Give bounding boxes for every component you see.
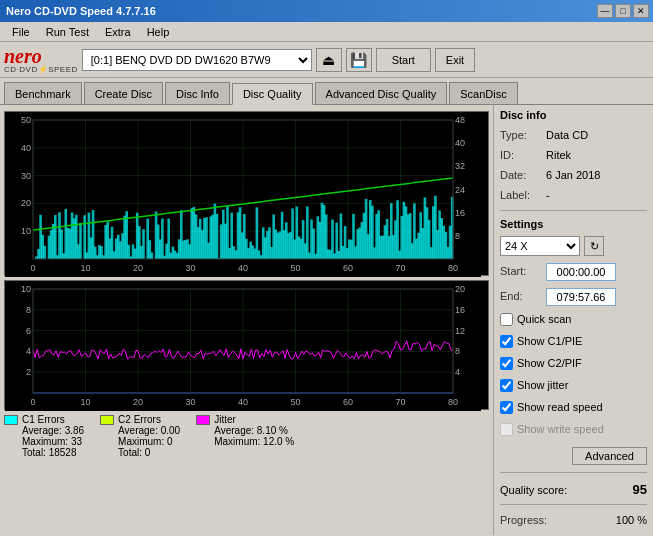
show-jitter-checkbox[interactable] xyxy=(500,379,513,392)
start-button[interactable]: Start xyxy=(376,48,431,72)
menu-run-test[interactable]: Run Test xyxy=(38,24,97,40)
c2-total-label: Total: xyxy=(118,447,142,458)
progress-label: Progress: xyxy=(500,512,547,529)
top-chart xyxy=(4,111,489,276)
tab-benchmark[interactable]: Benchmark xyxy=(4,82,82,104)
menu-help[interactable]: Help xyxy=(139,24,178,40)
menu-bar: File Run Test Extra Help xyxy=(0,22,653,42)
menu-file[interactable]: File xyxy=(4,24,38,40)
divider-1 xyxy=(500,210,647,211)
c2-label: C2 Errors xyxy=(118,414,161,425)
show-c2-row: Show C2/PIF xyxy=(500,354,647,372)
close-button[interactable]: ✕ xyxy=(633,4,649,18)
show-write-speed-row: Show write speed xyxy=(500,420,647,438)
show-write-speed-checkbox[interactable] xyxy=(500,423,513,436)
advanced-button[interactable]: Advanced xyxy=(572,447,647,465)
legend-c1: C1 Errors Average: 3.86 Maximum: 33 Tota… xyxy=(4,414,84,458)
progress-row: Progress: 100 % xyxy=(500,512,647,529)
show-c2-checkbox[interactable] xyxy=(500,357,513,370)
settings-title: Settings xyxy=(500,218,647,230)
window-title: Nero CD-DVD Speed 4.7.7.16 xyxy=(4,5,156,17)
menu-extra[interactable]: Extra xyxy=(97,24,139,40)
jitter-max-label: Maximum: xyxy=(214,436,260,447)
window-controls: — □ ✕ xyxy=(597,4,649,18)
main-content: C1 Errors Average: 3.86 Maximum: 33 Tota… xyxy=(0,105,653,535)
divider-2 xyxy=(500,472,647,473)
id-value: Ritek xyxy=(546,147,571,163)
show-read-speed-checkbox[interactable] xyxy=(500,401,513,414)
c2-max-value: 0 xyxy=(167,436,173,447)
c1-color xyxy=(4,415,18,425)
type-label: Type: xyxy=(500,127,546,143)
chart-area: C1 Errors Average: 3.86 Maximum: 33 Tota… xyxy=(0,105,493,535)
c1-total-label: Total: xyxy=(22,447,46,458)
tab-disc-quality[interactable]: Disc Quality xyxy=(232,83,313,105)
quick-scan-label: Quick scan xyxy=(517,310,571,328)
disc-label-row: Label: - xyxy=(500,187,647,203)
show-c1-checkbox[interactable] xyxy=(500,335,513,348)
quick-scan-checkbox[interactable] xyxy=(500,313,513,326)
legend-jitter: Jitter Average: 8.10 % Maximum: 12.0 % xyxy=(196,414,294,458)
id-label: ID: xyxy=(500,147,546,163)
bottom-chart xyxy=(4,280,489,410)
show-c1-label: Show C1/PIE xyxy=(517,332,582,350)
show-read-speed-label: Show read speed xyxy=(517,398,603,416)
tab-create-disc[interactable]: Create Disc xyxy=(84,82,163,104)
eject-icon[interactable]: ⏏ xyxy=(316,48,342,72)
c2-color xyxy=(100,415,114,425)
chart-legend: C1 Errors Average: 3.86 Maximum: 33 Tota… xyxy=(4,410,489,460)
legend-c2: C2 Errors Average: 0.00 Maximum: 0 Total… xyxy=(100,414,180,458)
c1-max-label: Maximum: xyxy=(22,436,68,447)
c1-stats: Average: 3.86 Maximum: 33 Total: 18528 xyxy=(4,425,84,458)
end-time-input[interactable] xyxy=(546,288,616,306)
toolbar: nero CD·DVD⚡SPEED [0:1] BENQ DVD DD DW16… xyxy=(0,42,653,78)
tab-disc-info[interactable]: Disc Info xyxy=(165,82,230,104)
title-bar: Nero CD-DVD Speed 4.7.7.16 — □ ✕ xyxy=(0,0,653,22)
show-write-speed-label: Show write speed xyxy=(517,420,604,438)
c2-avg-value: 0.00 xyxy=(161,425,180,436)
start-row: Start: xyxy=(500,263,647,281)
tab-advanced-disc-quality[interactable]: Advanced Disc Quality xyxy=(315,82,448,104)
type-value: Data CD xyxy=(546,127,588,143)
nero-logo: nero CD·DVD⚡SPEED xyxy=(4,46,78,74)
disc-label-value: - xyxy=(546,187,550,203)
refresh-button[interactable]: ↻ xyxy=(584,236,604,256)
show-jitter-label: Show jitter xyxy=(517,376,568,394)
minimize-button[interactable]: — xyxy=(597,4,613,18)
disc-date-row: Date: 6 Jan 2018 xyxy=(500,167,647,183)
end-row: End: xyxy=(500,288,647,306)
quality-score-value: 95 xyxy=(633,482,647,497)
date-label: Date: xyxy=(500,167,546,183)
c2-max-label: Maximum: xyxy=(118,436,164,447)
jitter-max-value: 12.0 % xyxy=(263,436,294,447)
progress-value: 100 % xyxy=(616,512,647,529)
maximize-button[interactable]: □ xyxy=(615,4,631,18)
show-c1-row: Show C1/PIE xyxy=(500,332,647,350)
start-label: Start: xyxy=(500,263,546,281)
quality-score-label: Quality score: xyxy=(500,484,567,496)
show-c2-label: Show C2/PIF xyxy=(517,354,582,372)
save-icon[interactable]: 💾 xyxy=(346,48,372,72)
exit-button[interactable]: Exit xyxy=(435,48,475,72)
c2-total-value: 0 xyxy=(145,447,151,458)
c2-avg-label: Average: xyxy=(118,425,158,436)
quality-score-row: Quality score: 95 xyxy=(500,482,647,497)
right-panel: Disc info Type: Data CD ID: Ritek Date: … xyxy=(493,105,653,535)
show-jitter-row: Show jitter xyxy=(500,376,647,394)
c2-stats: Average: 0.00 Maximum: 0 Total: 0 xyxy=(100,425,180,458)
speed-row: 24 X Max 4 X 8 X 16 X 32 X 40 X 48 X ↻ xyxy=(500,236,647,256)
jitter-label: Jitter xyxy=(214,414,236,425)
c1-avg-label: Average: xyxy=(22,425,62,436)
date-value: 6 Jan 2018 xyxy=(546,167,600,183)
drive-select[interactable]: [0:1] BENQ DVD DD DW1620 B7W9 xyxy=(82,49,312,71)
jitter-stats: Average: 8.10 % Maximum: 12.0 % xyxy=(196,425,294,447)
start-time-input[interactable] xyxy=(546,263,616,281)
tab-scan-disc[interactable]: ScanDisc xyxy=(449,82,517,104)
disc-label-label: Label: xyxy=(500,187,546,203)
speed-select[interactable]: 24 X Max 4 X 8 X 16 X 32 X 40 X 48 X xyxy=(500,236,580,256)
c1-max-value: 33 xyxy=(71,436,82,447)
end-label: End: xyxy=(500,288,546,306)
disc-id-row: ID: Ritek xyxy=(500,147,647,163)
tab-bar: Benchmark Create Disc Disc Info Disc Qua… xyxy=(0,78,653,105)
quick-scan-row: Quick scan xyxy=(500,310,647,328)
